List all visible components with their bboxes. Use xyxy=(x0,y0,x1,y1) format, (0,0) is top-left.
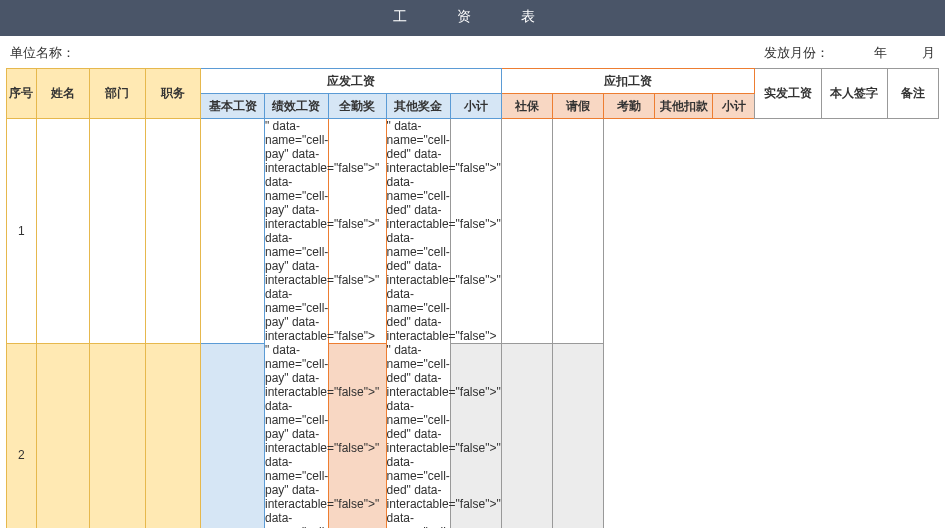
col-ded-2: 考勤 xyxy=(604,94,655,119)
year-label: 年 xyxy=(874,45,887,60)
cell-pay xyxy=(201,343,265,528)
cell-seq: 2 xyxy=(7,343,37,528)
cell-dept xyxy=(90,343,145,528)
table-row: 2" data-name="cell-pay" data-interactabl… xyxy=(7,343,939,528)
cell-pay xyxy=(201,119,265,344)
table-row: 1" data-name="cell-pay" data-interactabl… xyxy=(7,119,939,344)
cell-ded xyxy=(328,119,386,344)
group-payable: 应发工资 xyxy=(201,69,502,94)
issue-label: 发放月份： xyxy=(764,45,829,60)
col-pay-4: 小计 xyxy=(450,94,501,119)
salary-table: 序号 姓名 部门 职务 应发工资 应扣工资 实发工资 本人签字 备注 基本工资 … xyxy=(6,68,939,528)
col-remark: 备注 xyxy=(887,69,938,119)
col-pos: 职务 xyxy=(145,69,200,119)
col-ded-1: 请假 xyxy=(552,94,603,119)
col-ded-0: 社保 xyxy=(501,94,552,119)
cell-remark xyxy=(552,343,603,528)
cell-actual xyxy=(450,119,501,344)
col-dept: 部门 xyxy=(90,69,145,119)
month-label: 月 xyxy=(922,45,935,60)
page-title: 工 资 表 xyxy=(0,0,945,36)
col-sign: 本人签字 xyxy=(821,69,887,119)
col-name: 姓名 xyxy=(36,69,89,119)
col-actual: 实发工资 xyxy=(755,69,821,119)
col-seq: 序号 xyxy=(7,69,37,119)
cell-dept xyxy=(90,119,145,344)
cell-ded xyxy=(328,343,386,528)
meta-row: 单位名称： 发放月份： 年 月 xyxy=(0,36,945,68)
group-deduct: 应扣工资 xyxy=(501,69,755,94)
cell-remark xyxy=(552,119,603,344)
cell-name xyxy=(36,119,89,344)
unit-name-label: 单位名称： xyxy=(10,44,75,62)
col-pay-3: 其他奖金 xyxy=(386,94,450,119)
col-ded-3: 其他扣款 xyxy=(655,94,713,119)
cell-name xyxy=(36,343,89,528)
cell-pos xyxy=(145,343,200,528)
cell-seq: 1 xyxy=(7,119,37,344)
issue-month: 发放月份： 年 月 xyxy=(760,44,936,62)
col-pay-0: 基本工资 xyxy=(201,94,265,119)
cell-actual xyxy=(450,343,501,528)
cell-sign xyxy=(501,119,552,344)
cell-pos xyxy=(145,119,200,344)
col-pay-1: 绩效工资 xyxy=(265,94,329,119)
col-ded-4: 小计 xyxy=(712,94,755,119)
cell-sign xyxy=(501,343,552,528)
col-pay-2: 全勤奖 xyxy=(328,94,386,119)
